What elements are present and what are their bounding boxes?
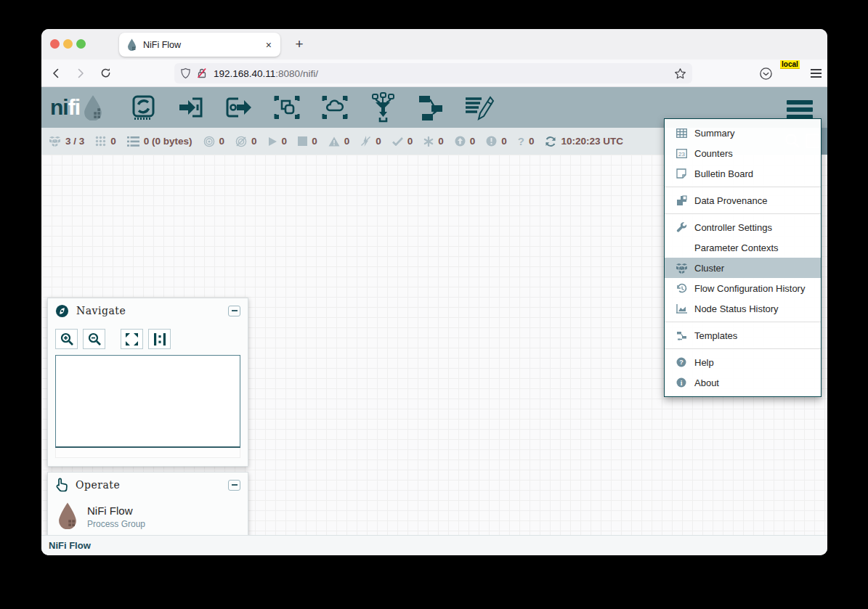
navigate-palette: Navigate — [47, 298, 248, 467]
funnel-icon[interactable] — [367, 92, 399, 123]
template-icon[interactable] — [415, 92, 447, 123]
bookmark-star-icon[interactable] — [674, 68, 686, 80]
zoom-actual-size-button[interactable] — [148, 329, 171, 349]
wrench-icon — [675, 222, 688, 233]
disabled-count: 0 — [376, 136, 381, 147]
menu-label: Help — [694, 357, 714, 368]
zoom-out-button[interactable] — [83, 329, 105, 349]
process-group-icon[interactable] — [271, 92, 303, 123]
logo-text-fi: fi — [68, 95, 80, 120]
bolt-slash-icon — [360, 136, 371, 147]
tab-title: NiFi Flow — [143, 40, 264, 50]
browser-tab[interactable]: NiFi Flow × — [119, 33, 280, 57]
logo-text-ni: ni — [50, 95, 68, 120]
template-flow-icon — [675, 331, 688, 340]
menu-item-controller-settings[interactable]: Controller Settings — [665, 217, 821, 237]
cluster-icon — [49, 136, 61, 147]
url-path: :8080/nifi/ — [275, 68, 318, 79]
invalid-status: 0 — [328, 136, 350, 147]
insecure-lock-icon[interactable] — [196, 68, 208, 79]
window-close-button[interactable] — [50, 39, 60, 49]
refresh-icon[interactable] — [545, 136, 556, 147]
sync-failure-status: ? 0 — [518, 135, 535, 147]
menu-item-bulletin-board[interactable]: Bulletin Board — [665, 163, 821, 184]
input-port-icon[interactable] — [175, 92, 207, 123]
breadcrumb-root[interactable]: NiFi Flow — [49, 540, 91, 551]
container-label: local — [780, 60, 800, 69]
menu-item-help[interactable]: ? Help — [665, 352, 821, 372]
reload-icon[interactable] — [95, 63, 115, 83]
menu-label: Counters — [694, 148, 733, 159]
up-to-date-count: 0 — [407, 136, 413, 147]
birdseye-map[interactable] — [55, 355, 240, 448]
remote-group-status: 0 — [95, 136, 116, 147]
menu-separator — [665, 187, 821, 187]
menu-label: Bulletin Board — [694, 168, 753, 179]
arrow-up-circle-icon — [455, 136, 466, 147]
not-transmitting-status: 0 — [235, 136, 257, 147]
up-to-date-status: 0 — [392, 136, 413, 147]
selected-component: NiFi Flow Process Group — [48, 497, 248, 529]
forward-icon[interactable] — [70, 63, 91, 83]
menu-label: Cluster — [694, 263, 724, 274]
menu-label: Flow Configuration History — [694, 283, 805, 294]
navigate-header: Navigate — [48, 298, 248, 323]
not-transmitting-icon — [235, 136, 247, 147]
window-minimize-button[interactable] — [63, 39, 73, 49]
compass-icon — [55, 304, 69, 318]
navigate-collapse-button[interactable] — [228, 306, 240, 316]
list-icon — [127, 136, 139, 147]
pocket-icon[interactable] — [759, 67, 773, 81]
stale-status: 0 — [455, 136, 476, 147]
menu-label: Controller Settings — [694, 222, 772, 233]
zoom-fit-button[interactable] — [121, 329, 143, 349]
menu-label: Summary — [694, 128, 735, 139]
menu-item-cluster[interactable]: Cluster — [665, 258, 821, 278]
nifi-logo: nifi — [50, 94, 104, 120]
window-zoom-button[interactable] — [76, 39, 86, 49]
menu-label: Data Provenance — [694, 195, 767, 206]
remote-process-group-icon[interactable] — [319, 92, 351, 123]
table-icon — [675, 128, 688, 138]
zoom-in-button[interactable] — [55, 329, 78, 349]
chart-area-icon — [675, 304, 688, 314]
menu-item-parameter-contexts[interactable]: Parameter Contexts — [665, 237, 821, 258]
selected-flow-type: Process Group — [87, 519, 145, 529]
browser-menu-icon[interactable] — [811, 69, 822, 77]
menu-item-flow-configuration-history[interactable]: Flow Configuration History — [665, 278, 821, 298]
back-icon[interactable] — [46, 63, 66, 83]
history-icon — [675, 283, 688, 294]
birdseye-footer — [55, 448, 240, 458]
locally-modified-count: 0 — [438, 136, 444, 147]
menu-separator — [665, 322, 821, 322]
output-port-icon[interactable] — [223, 92, 255, 123]
queued-count: 0 (0 bytes) — [144, 136, 192, 147]
warning-icon — [328, 136, 340, 147]
menu-item-node-status-history[interactable]: Node Status History — [665, 298, 821, 319]
browser-titlebar: NiFi Flow × + — [41, 29, 827, 60]
url-bar[interactable]: 192.168.40.11:8080/nifi/ — [174, 63, 692, 83]
last-refreshed-time: 10:20:23 UTC — [561, 136, 623, 147]
menu-item-counters[interactable]: 23 Counters — [665, 143, 821, 163]
nifi-drop-icon — [82, 94, 104, 120]
running-status: 0 — [268, 136, 288, 147]
shield-icon[interactable] — [180, 68, 191, 79]
menu-item-about[interactable]: i About — [665, 372, 821, 393]
operate-collapse-button[interactable] — [228, 480, 240, 491]
svg-text:i: i — [681, 380, 683, 387]
processor-icon[interactable] — [127, 92, 159, 123]
process-group-drop-icon — [57, 502, 78, 529]
account-avatar[interactable]: local — [783, 65, 800, 82]
menu-item-data-provenance[interactable]: Data Provenance — [665, 190, 821, 211]
locally-modified-stale-status: 0 — [486, 136, 507, 147]
menu-item-summary[interactable]: Summary — [665, 123, 821, 143]
label-icon[interactable] — [463, 92, 495, 123]
tab-close-icon[interactable]: × — [264, 39, 273, 51]
new-tab-button[interactable]: + — [290, 35, 309, 54]
svg-text:23: 23 — [678, 150, 685, 157]
locally-modified-stale-count: 0 — [501, 136, 507, 147]
cluster-count: 3 / 3 — [65, 136, 84, 147]
menu-item-templates[interactable]: Templates — [665, 325, 821, 346]
check-icon — [392, 137, 403, 146]
menu-separator — [665, 213, 821, 214]
